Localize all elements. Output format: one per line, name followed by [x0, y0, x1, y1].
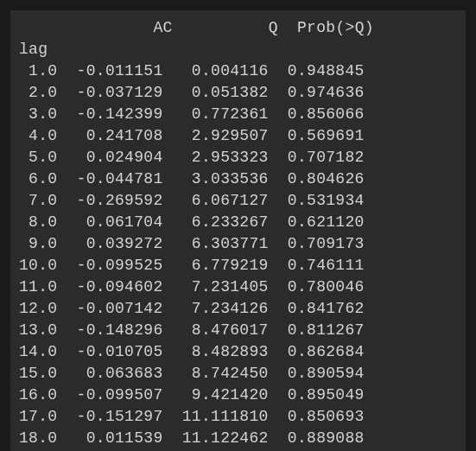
header-ac: AC: [153, 19, 172, 36]
table-body: 1.0 -0.011151 0.004116 0.948845 2.0 -0.0…: [19, 62, 365, 447]
header-q: Q: [269, 19, 278, 36]
header-prob: Prob(>Q): [297, 19, 374, 36]
terminal-output: AC Q Prob(>Q) lag 1.0 -0.011151 0.004116…: [10, 10, 466, 451]
header-row: AC Q Prob(>Q): [19, 19, 374, 36]
index-label: lag: [19, 41, 48, 58]
